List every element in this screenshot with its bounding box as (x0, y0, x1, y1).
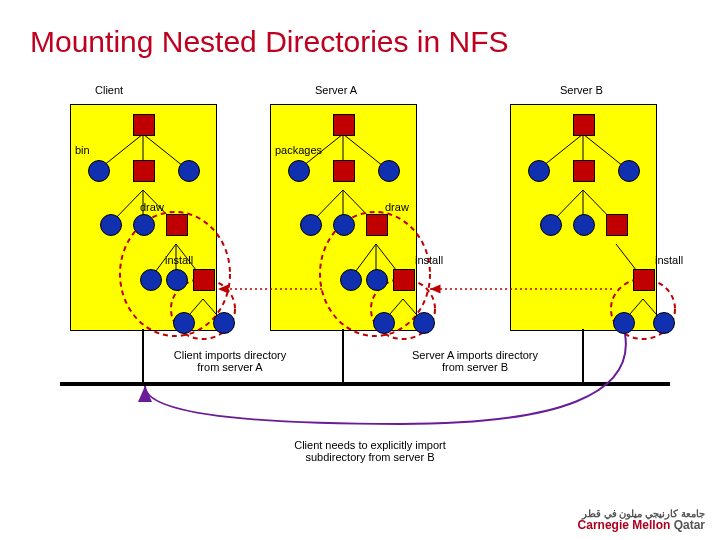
node-b-l3-c (633, 269, 655, 291)
node-client-l3-a (140, 269, 162, 291)
node-client-l2-b (133, 214, 155, 236)
slide-title: Mounting Nested Directories in NFS (0, 0, 720, 74)
label-install-b: install (655, 254, 683, 266)
node-a-l4-a (373, 312, 395, 334)
label-bin: bin (75, 144, 90, 156)
node-a-root (333, 114, 355, 136)
node-a-l2-c (366, 214, 388, 236)
caption-import-a: Client imports directory from server A (165, 349, 295, 373)
node-client-l3-b (166, 269, 188, 291)
node-client-l2-a (100, 214, 122, 236)
caption-bottom: Client needs to explicitly import subdir… (270, 439, 470, 463)
node-b-l1-a (528, 160, 550, 182)
node-client-l1-a (88, 160, 110, 182)
node-b-l4-a (613, 312, 635, 334)
label-install-a: install (415, 254, 443, 266)
label-server-b: Server B (560, 84, 603, 96)
node-b-l1-c (618, 160, 640, 182)
node-a-l2-a (300, 214, 322, 236)
node-client-l4-a (173, 312, 195, 334)
node-b-l4-b (653, 312, 675, 334)
node-a-l3-b (366, 269, 388, 291)
diagram-stage: Client Server A Server B (0, 74, 720, 524)
node-b-root (573, 114, 595, 136)
label-draw-a: draw (385, 201, 409, 213)
footer-logo: جامعة كارنيجي ميلون في قطر Carnegie Mell… (578, 509, 705, 532)
label-install-client: install (165, 254, 193, 266)
node-client-l3-c (193, 269, 215, 291)
node-client-root (133, 114, 155, 136)
node-client-l2-c (166, 214, 188, 236)
node-b-l2-b (573, 214, 595, 236)
node-b-l1-b (573, 160, 595, 182)
node-a-l3-c (393, 269, 415, 291)
node-a-l1-b (333, 160, 355, 182)
node-a-l4-b (413, 312, 435, 334)
node-a-l1-c (378, 160, 400, 182)
node-b-l2-c (606, 214, 628, 236)
node-b-l2-a (540, 214, 562, 236)
node-a-l2-b (333, 214, 355, 236)
label-server-a: Server A (315, 84, 357, 96)
node-client-l4-b (213, 312, 235, 334)
footer-en1: Carnegie Mellon (578, 518, 671, 532)
label-client: Client (95, 84, 123, 96)
node-client-l1-c (178, 160, 200, 182)
node-a-l3-a (340, 269, 362, 291)
node-a-l1-a (288, 160, 310, 182)
label-draw-client: draw (140, 201, 164, 213)
node-client-l1-b (133, 160, 155, 182)
footer-en2: Qatar (674, 518, 705, 532)
label-packages: packages (275, 144, 322, 156)
caption-import-b: Server A imports directory from server B (400, 349, 550, 373)
